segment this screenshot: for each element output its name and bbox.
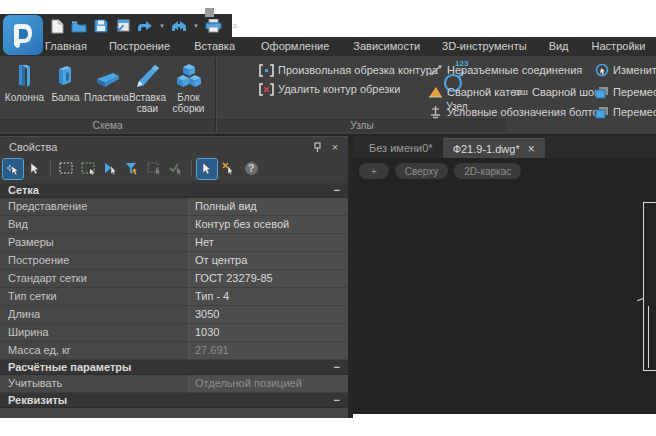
plate-icon (93, 59, 121, 89)
save-as-icon[interactable] (114, 18, 132, 35)
tab-nastroyki[interactable]: Настройки (592, 38, 646, 55)
permanent-joints-icon (428, 63, 443, 77)
select-add-cursor-icon[interactable] (3, 159, 23, 179)
drawing-geometry-line (648, 306, 649, 368)
tab-vid[interactable]: Вид (549, 38, 569, 55)
plate-button[interactable]: Пластина (86, 59, 127, 119)
collapse-icon[interactable]: − (334, 184, 340, 196)
ribbon-tab-bar: Главная Построение Вставка Оформление За… (0, 37, 656, 56)
quick-access-toolbar: ▾ ▾ ≡ (48, 16, 244, 36)
view-direction-button[interactable]: Сверху (395, 163, 448, 179)
beam-button[interactable]: Балка (45, 59, 86, 119)
group-label-uzly: Узлы (217, 119, 507, 132)
tab-zavisimosti[interactable]: Зависимости (353, 38, 420, 55)
delete-contour-icon (259, 82, 274, 96)
tab-3d-instrumenty[interactable]: 3D-инструменты (442, 38, 527, 55)
undo-icon[interactable] (136, 18, 154, 35)
toolbar-separator (50, 161, 51, 177)
new-file-icon[interactable] (48, 18, 66, 35)
drawing-canvas[interactable]: Без имени0* Ф21.9-1.dwg* × + Сверху 2D-к… (353, 136, 656, 414)
row-massa: Масса ед, кг 27.691 (0, 342, 348, 360)
section-setka[interactable]: Сетка − (0, 183, 348, 198)
help-icon[interactable]: ? (241, 159, 261, 179)
weld-seam-button[interactable]: шш Сварной шов (513, 84, 600, 100)
row-postroenie[interactable]: Построение От центра (0, 252, 348, 270)
doc-tab-active[interactable]: Ф21.9-1.dwg* × (443, 138, 545, 158)
collapse-icon[interactable]: − (334, 394, 340, 406)
modify-icon (594, 63, 609, 77)
document-tab-bar: Без имени0* Ф21.9-1.dwg* × (353, 136, 656, 158)
filter-quick-select-icon[interactable] (122, 159, 142, 179)
row-standart-setki[interactable]: Стандарт сетки ГОСТ 23279-85 (0, 270, 348, 288)
toolbar-separator (191, 161, 192, 177)
redo-icon[interactable] (170, 18, 188, 35)
properties-panel: Свойства × (0, 136, 348, 418)
deselect-icon[interactable] (219, 159, 239, 179)
crossing-selection-icon[interactable] (78, 159, 98, 179)
selection-toolbar: ? (0, 156, 348, 182)
bolt-symbols-button[interactable]: Условные обозначения болтов (428, 104, 604, 120)
tab-postroenie[interactable]: Построение (109, 38, 170, 55)
pin-icon[interactable] (310, 140, 324, 154)
tab-vstavka[interactable]: Вставка (194, 38, 235, 55)
customize-qat-icon[interactable]: ≡ (226, 18, 244, 35)
section-rekvizity[interactable]: Реквизиты − (0, 393, 348, 408)
move-icon (594, 105, 609, 119)
group-label-schema: Схема (0, 119, 215, 132)
section-raschetnye[interactable]: Расчётные параметры − (0, 360, 348, 375)
redo-dropdown-icon[interactable]: ▾ (192, 18, 200, 35)
assembly-block-button[interactable]: Блок сборки (168, 59, 209, 119)
row-predstavlenie[interactable]: Представление Полный вид (0, 198, 348, 216)
save-icon[interactable] (92, 18, 110, 35)
close-icon[interactable]: × (328, 140, 342, 154)
row-vid[interactable]: Вид Контур без осевой (0, 216, 348, 234)
selection-locked-icon[interactable] (144, 159, 164, 179)
undo-dropdown-icon[interactable]: ▾ (158, 18, 166, 35)
open-folder-icon[interactable] (70, 18, 88, 35)
row-dlina[interactable]: Длина 3050 (0, 306, 348, 324)
properties-title: Свойства (9, 141, 57, 153)
pointer-select-icon[interactable] (197, 159, 217, 179)
weld-leg-button[interactable]: Сварной катет (428, 84, 521, 100)
app-logo-icon[interactable] (3, 15, 43, 55)
row-razmery[interactable]: Размеры Нет (0, 234, 348, 252)
row-tip-setki[interactable]: Тип сетки Тип - 4 (0, 288, 348, 306)
ribbon: Колонна Балка Пластина (0, 56, 656, 136)
pile-icon (135, 59, 161, 89)
select-cursor-icon[interactable] (25, 159, 45, 179)
window-selection-icon[interactable] (56, 159, 76, 179)
print-icon[interactable] (204, 18, 222, 35)
row-uchityvat: Учитывать Отдельной позицией (0, 375, 348, 393)
ribbon-group-schema: Колонна Балка Пластина (0, 56, 215, 134)
modify-button[interactable]: Изменить (594, 62, 656, 78)
doc-tab-close-icon[interactable]: × (528, 142, 535, 156)
arbitrary-contour-trim-button[interactable]: Произвольная обрезка контура (259, 62, 438, 78)
visual-style-button[interactable]: 2D-каркас (454, 163, 521, 179)
doc-tab-unnamed[interactable]: Без имени0* (359, 138, 443, 158)
viewport-menu-button[interactable]: + (359, 163, 389, 179)
beam-icon (53, 59, 79, 89)
column-icon (14, 59, 36, 89)
group-separator (215, 58, 216, 132)
weld-seam-icon: шш (513, 85, 528, 99)
tab-oformlenie[interactable]: Оформление (261, 38, 329, 55)
move-button-2[interactable]: Переместить (594, 104, 656, 120)
ribbon-group-uzly: 123 Узел Произвольная обрезка контура Уд… (217, 56, 656, 134)
contour-trim-icon (259, 63, 274, 77)
collapse-icon[interactable]: − (334, 361, 340, 373)
pile-insert-button[interactable]: Вставка сваи (127, 59, 168, 119)
tab-glavnaya[interactable]: Главная (45, 38, 87, 55)
apply-selection-icon[interactable] (166, 159, 186, 179)
permanent-joints-button[interactable]: Неразъемные соединения (428, 62, 582, 78)
flag-select-icon[interactable] (100, 159, 120, 179)
delete-trim-contour-button[interactable]: Удалить контур обрезки (259, 81, 400, 97)
property-grid: Сетка − Представление Полный вид Вид Кон… (0, 183, 348, 418)
move-icon (594, 85, 609, 99)
row-shirina[interactable]: Ширина 1030 (0, 324, 348, 342)
move-button-1[interactable]: Переместить (594, 84, 656, 100)
application-window: ▾ ▾ ≡ Главная Построение Вставка Оформле… (0, 0, 656, 436)
column-button[interactable]: Колонна (4, 59, 45, 119)
weld-leg-icon (428, 85, 443, 99)
bolt-symbols-icon (428, 105, 443, 119)
drawing-geometry (643, 202, 656, 371)
